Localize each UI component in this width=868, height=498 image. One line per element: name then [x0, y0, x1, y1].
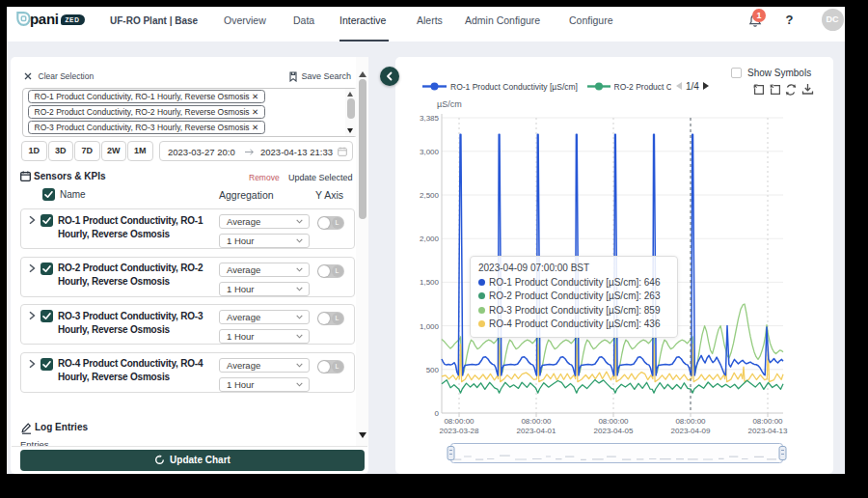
svg-text:2023-04-01: 2023-04-01 [517, 427, 556, 435]
svg-text:1,500: 1,500 [420, 278, 440, 287]
svg-text:08:00:00: 08:00:00 [598, 417, 629, 426]
svg-text:µS/cm: µS/cm [437, 99, 462, 109]
svg-text:2,000: 2,000 [420, 235, 440, 243]
svg-text:2023-04-05: 2023-04-05 [594, 427, 634, 435]
svg-text:3,000: 3,000 [420, 148, 440, 156]
svg-text:08:00:00: 08:00:00 [752, 417, 783, 426]
svg-text:2,500: 2,500 [420, 191, 440, 200]
svg-text:08:00:00: 08:00:00 [521, 417, 552, 426]
svg-text:08:00:00: 08:00:00 [444, 417, 475, 426]
svg-text:3,385: 3,385 [420, 114, 440, 123]
svg-text:500: 500 [426, 366, 440, 374]
svg-text:1,000: 1,000 [420, 322, 440, 331]
svg-text:2023-04-09: 2023-04-09 [671, 427, 711, 435]
svg-text:2023-03-28: 2023-03-28 [440, 427, 479, 435]
svg-text:08:00:00: 08:00:00 [675, 417, 706, 426]
svg-text:0: 0 [435, 409, 440, 418]
svg-text:2023-04-13: 2023-04-13 [748, 427, 788, 435]
